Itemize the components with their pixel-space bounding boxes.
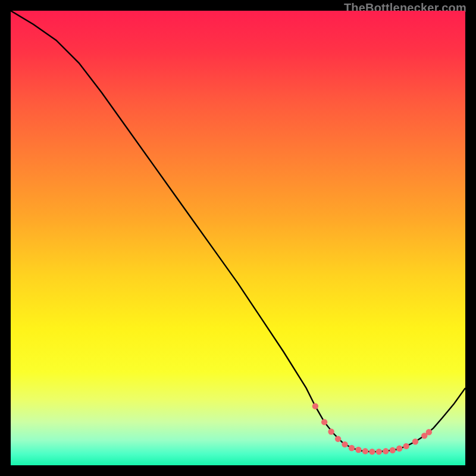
chart-svg [11,11,465,465]
chart-plot-area [11,11,465,465]
highlight-point [312,403,318,409]
highlight-point [396,446,402,452]
chart-background [11,11,465,465]
highlight-point [342,441,347,447]
highlight-point [390,447,396,453]
chart-stage: TheBottlenecker.com [0,0,476,476]
highlight-point [369,449,375,455]
highlight-point [376,449,382,455]
highlight-point [412,439,418,444]
highlight-point [321,419,327,425]
highlight-point [362,448,368,454]
highlight-point [403,443,409,449]
highlight-point [349,445,355,451]
highlight-point [335,436,341,441]
highlight-point [426,429,432,435]
highlight-point [328,428,334,434]
highlight-point [383,448,389,454]
highlight-point [355,447,361,453]
